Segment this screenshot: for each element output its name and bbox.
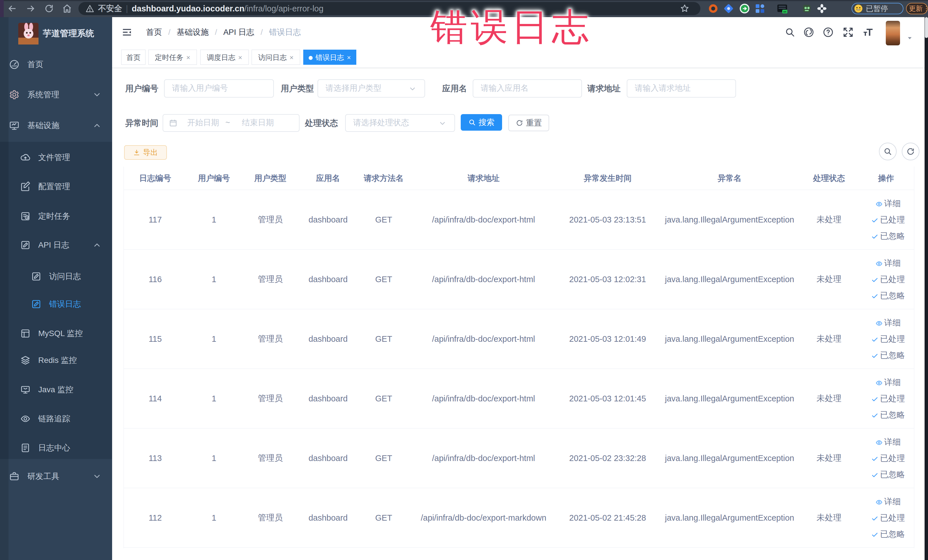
svg-text:on: on [783,10,786,13]
